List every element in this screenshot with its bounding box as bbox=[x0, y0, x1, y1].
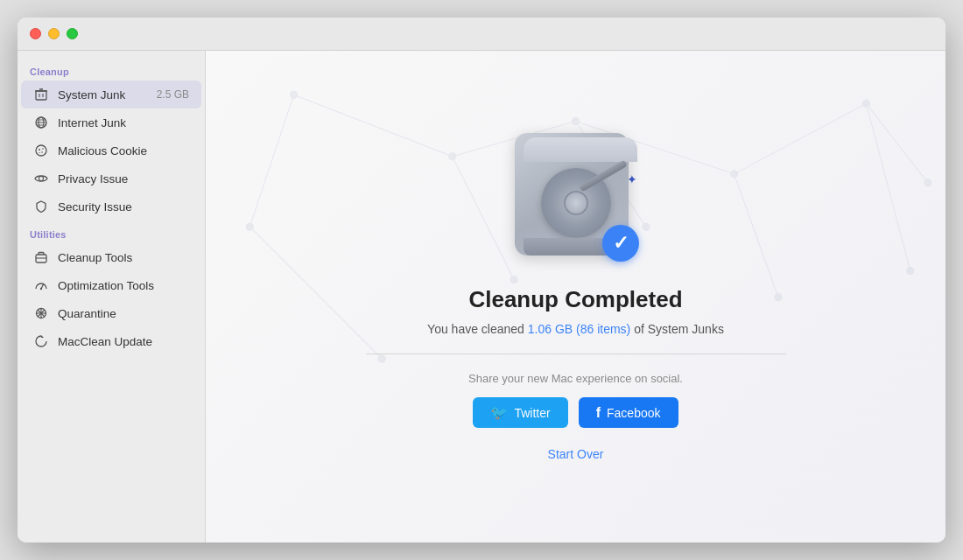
cleanup-section-label: Cleanup bbox=[18, 58, 205, 80]
facebook-icon: f bbox=[596, 405, 601, 421]
malicious-cookie-label: Malicious Cookie bbox=[58, 144, 189, 158]
sidebar-item-cleanup-tools[interactable]: Cleanup Tools bbox=[21, 243, 201, 271]
close-button[interactable] bbox=[30, 28, 41, 39]
main-content: Cleanup System Junk 2.5 GB bbox=[18, 51, 945, 542]
svg-point-14 bbox=[39, 152, 39, 153]
svg-marker-25 bbox=[41, 335, 44, 338]
svg-point-13 bbox=[41, 151, 43, 153]
svg-point-37 bbox=[291, 91, 298, 98]
briefcase-icon bbox=[33, 249, 49, 265]
system-junk-label: System Junk bbox=[58, 88, 148, 102]
svg-line-35 bbox=[250, 227, 382, 359]
svg-point-48 bbox=[907, 267, 914, 274]
facebook-button[interactable]: f Facebook bbox=[579, 397, 678, 428]
sidebar-item-system-junk[interactable]: System Junk 2.5 GB bbox=[21, 80, 201, 108]
maximize-button[interactable] bbox=[67, 28, 78, 39]
subtitle-prefix: You have cleaned bbox=[427, 322, 528, 336]
svg-point-41 bbox=[862, 100, 869, 107]
optimization-tools-label: Optimization Tools bbox=[58, 279, 189, 292]
svg-point-42 bbox=[924, 179, 931, 186]
sidebar: Cleanup System Junk 2.5 GB bbox=[18, 51, 206, 542]
app-window: Cleanup System Junk 2.5 GB bbox=[18, 18, 945, 542]
svg-point-39 bbox=[572, 117, 579, 124]
speedometer-icon bbox=[33, 277, 49, 293]
hdd-illustration: ✦ ✦ ✦ ✦ bbox=[506, 129, 646, 269]
hdd-disk-inner bbox=[564, 191, 588, 215]
privacy-issue-label: Privacy Issue bbox=[58, 172, 189, 186]
macclean-update-label: MacClean Update bbox=[58, 335, 189, 348]
subtitle-suffix: of System Junks bbox=[630, 322, 724, 336]
twitter-icon: 🐦 bbox=[490, 404, 508, 421]
twitter-label: Twitter bbox=[514, 406, 550, 420]
start-over-button[interactable]: Start Over bbox=[538, 444, 615, 465]
social-buttons: 🐦 Twitter f Facebook bbox=[473, 397, 678, 428]
divider bbox=[366, 354, 786, 354]
completion-container: ✦ ✦ ✦ ✦ Cleanup bbox=[366, 129, 786, 465]
sidebar-item-optimization-tools[interactable]: Optimization Tools bbox=[21, 271, 201, 299]
eye-icon bbox=[33, 171, 49, 186]
completion-title: Cleanup Completed bbox=[468, 286, 682, 313]
svg-point-46 bbox=[246, 223, 253, 230]
svg-rect-0 bbox=[36, 91, 46, 100]
sidebar-item-privacy-issue[interactable]: Privacy Issue bbox=[21, 164, 201, 192]
share-label: Share your new Mac experience on social. bbox=[468, 372, 683, 385]
security-issue-label: Security Issue bbox=[58, 200, 189, 214]
system-junk-badge: 2.5 GB bbox=[157, 88, 189, 101]
internet-junk-label: Internet Junk bbox=[58, 116, 189, 130]
cleanup-tools-label: Cleanup Tools bbox=[58, 251, 189, 264]
checkmark-badge bbox=[602, 225, 639, 262]
svg-line-36 bbox=[866, 103, 910, 270]
svg-point-19 bbox=[40, 288, 42, 290]
sidebar-item-macclean-update[interactable]: MacClean Update bbox=[21, 327, 201, 355]
sidebar-item-internet-junk[interactable]: Internet Junk bbox=[21, 108, 201, 136]
svg-point-10 bbox=[36, 145, 46, 156]
titlebar bbox=[18, 18, 945, 51]
facebook-label: Facebook bbox=[607, 406, 660, 420]
trash-icon bbox=[33, 87, 49, 102]
svg-point-11 bbox=[39, 149, 40, 150]
minimize-button[interactable] bbox=[48, 28, 60, 39]
content-area: ✦ ✦ ✦ ✦ Cleanup bbox=[206, 51, 945, 542]
sidebar-item-quarantine[interactable]: Quarantine bbox=[21, 299, 201, 327]
completion-subtitle: You have cleaned 1.06 GB (86 items) of S… bbox=[427, 322, 724, 336]
update-icon bbox=[33, 333, 49, 349]
svg-point-15 bbox=[39, 177, 44, 181]
shield-icon bbox=[33, 199, 49, 214]
utilities-section-label: Utilities bbox=[18, 220, 205, 243]
svg-point-12 bbox=[42, 148, 44, 150]
twitter-button[interactable]: 🐦 Twitter bbox=[473, 397, 567, 428]
subtitle-highlight: 1.06 GB (86 items) bbox=[528, 322, 631, 336]
globe-icon bbox=[33, 115, 49, 130]
quarantine-label: Quarantine bbox=[58, 307, 189, 320]
svg-line-30 bbox=[866, 103, 927, 183]
cookie-icon bbox=[33, 143, 49, 158]
quarantine-icon bbox=[33, 305, 49, 321]
hdd-top-strip bbox=[524, 137, 637, 162]
sidebar-item-malicious-cookie[interactable]: Malicious Cookie bbox=[21, 136, 201, 164]
sidebar-item-security-issue[interactable]: Security Issue bbox=[21, 192, 201, 220]
svg-line-34 bbox=[250, 94, 293, 227]
